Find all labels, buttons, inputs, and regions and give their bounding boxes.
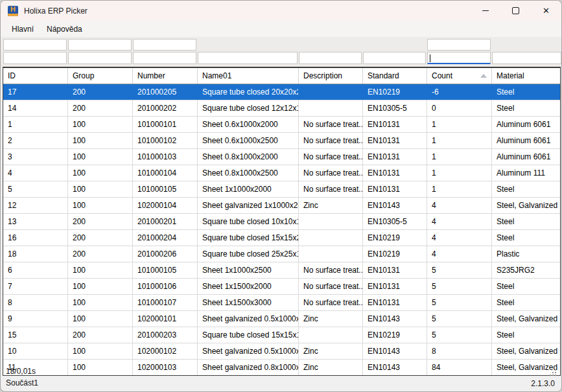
table-cell-id[interactable]: 12 bbox=[3, 198, 68, 213]
table-cell-number[interactable]: 201000204 bbox=[133, 230, 198, 246]
table-cell-material[interactable]: Aluminum 6061 bbox=[492, 133, 559, 148]
filter-input-row2-material[interactable] bbox=[492, 52, 561, 64]
table-cell-description[interactable]: No surface treat... bbox=[299, 181, 363, 197]
table-cell-id[interactable]: 18 bbox=[3, 246, 68, 262]
table-cell-number[interactable]: 101000102 bbox=[133, 133, 198, 148]
column-header-id[interactable]: ID bbox=[3, 68, 68, 84]
table-cell-material[interactable]: Aluminum 6061 bbox=[492, 117, 559, 132]
table-cell-number[interactable]: 101000106 bbox=[133, 279, 198, 294]
table-cell-standard[interactable]: EN10305-5 bbox=[363, 100, 427, 116]
menu-item-hlavni[interactable]: Hlavní bbox=[5, 22, 40, 36]
maximize-button[interactable] bbox=[500, 1, 531, 21]
table-cell-number[interactable]: 101000101 bbox=[133, 117, 198, 132]
table-cell-standard[interactable]: EN10131 bbox=[363, 262, 427, 278]
table-cell-name01[interactable]: Sheet 0.8x1000x2500 bbox=[198, 165, 299, 181]
table-cell-name01[interactable]: Square tube closed 20x20x2 bbox=[198, 84, 299, 100]
table-cell-description[interactable] bbox=[299, 214, 363, 229]
table-cell-standard[interactable]: EN10143 bbox=[363, 360, 427, 375]
table-cell-standard[interactable]: EN10143 bbox=[363, 198, 427, 213]
table-cell-group[interactable]: 100 bbox=[68, 262, 133, 278]
filter-input-row1-group[interactable] bbox=[68, 39, 132, 51]
table-cell-standard[interactable]: EN10219 bbox=[363, 84, 427, 100]
table-cell-material[interactable]: Aluminum 111 bbox=[492, 165, 559, 181]
table-cell-count[interactable]: 5 bbox=[427, 279, 492, 294]
table-cell-group[interactable]: 100 bbox=[68, 360, 133, 375]
table-row[interactable]: 17200201000205Square tube closed 20x20x2… bbox=[3, 84, 560, 100]
filter-input-row1-id[interactable] bbox=[3, 39, 67, 51]
table-row[interactable]: 12100102000104Sheet galvanized 1x1000x20… bbox=[3, 198, 560, 214]
table-cell-name01[interactable]: Sheet 0.6x1000x2500 bbox=[198, 133, 299, 148]
table-row[interactable]: 9100102000101Sheet galvanized 0.5x1000x.… bbox=[3, 311, 560, 327]
table-cell-number[interactable]: 201000201 bbox=[133, 214, 198, 229]
table-cell-material[interactable]: Steel, Galvanized bbox=[492, 198, 559, 213]
table-cell-material[interactable]: Steel bbox=[492, 100, 559, 116]
filter-input-row2-group[interactable] bbox=[68, 52, 132, 64]
table-cell-name01[interactable]: Square tube closed 25x25x1.5 bbox=[198, 246, 299, 262]
table-cell-id[interactable]: 8 bbox=[3, 295, 68, 310]
table-cell-standard[interactable]: EN10131 bbox=[363, 181, 427, 197]
table-cell-group[interactable]: 200 bbox=[68, 100, 133, 116]
table-cell-name01[interactable]: Sheet 1x1500x3000 bbox=[198, 295, 299, 310]
table-cell-name01[interactable]: Sheet 0.6x1000x2000 bbox=[198, 117, 299, 132]
table-cell-description[interactable]: No surface treat... bbox=[299, 165, 363, 181]
table-cell-standard[interactable]: EN10131 bbox=[363, 295, 427, 310]
table-row[interactable]: 15200201000203Square tube closed 15x15x1… bbox=[3, 327, 560, 343]
table-row[interactable]: 5100101000105Sheet 1x1000x2000No surface… bbox=[3, 181, 560, 198]
table-cell-number[interactable]: 201000203 bbox=[133, 327, 198, 343]
table-cell-material[interactable]: Steel bbox=[492, 181, 559, 197]
table-cell-number[interactable]: 201000205 bbox=[133, 84, 198, 100]
filter-input-row2-standard[interactable] bbox=[363, 52, 426, 64]
table-cell-material[interactable]: Steel bbox=[492, 295, 559, 310]
table-cell-name01[interactable]: Sheet galvanized 1x1000x20... bbox=[198, 198, 299, 213]
table-row[interactable]: 13200201000201Square tube closed 10x10x1… bbox=[3, 214, 560, 230]
table-cell-id[interactable]: 4 bbox=[3, 165, 68, 181]
table-cell-count[interactable]: 1 bbox=[427, 133, 492, 148]
table-cell-count[interactable]: 4 bbox=[427, 230, 492, 246]
filter-input-row1-number[interactable] bbox=[133, 39, 196, 51]
minimize-button[interactable] bbox=[470, 1, 500, 21]
table-cell-material[interactable]: Steel bbox=[492, 214, 559, 229]
table-cell-standard[interactable]: EN10131 bbox=[363, 149, 427, 165]
table-cell-count[interactable]: 4 bbox=[427, 246, 492, 262]
table-cell-id[interactable]: 7 bbox=[3, 279, 68, 294]
column-header-group[interactable]: Group bbox=[68, 68, 133, 84]
table-cell-number[interactable]: 101000103 bbox=[133, 149, 198, 165]
table-cell-description[interactable]: No surface treat... bbox=[299, 279, 363, 294]
table-row[interactable]: 1100101000101Sheet 0.6x1000x2000No surfa… bbox=[3, 117, 560, 133]
table-cell-count[interactable]: 84 bbox=[427, 360, 492, 375]
table-cell-material[interactable]: Steel bbox=[492, 279, 559, 294]
table-cell-number[interactable]: 102000103 bbox=[133, 360, 198, 375]
table-cell-description[interactable]: No surface treat... bbox=[299, 117, 363, 132]
table-cell-count[interactable]: 1 bbox=[427, 181, 492, 197]
table-row[interactable]: 14200201000202Square tube closed 12x12x1… bbox=[3, 100, 560, 117]
table-cell-standard[interactable]: EN10219 bbox=[363, 246, 427, 262]
table-row[interactable]: 6100101000105Sheet 1x1000x2500No surface… bbox=[3, 262, 560, 279]
filter-input-row1-count[interactable] bbox=[427, 39, 491, 51]
table-cell-material[interactable]: Aluminum 6061 bbox=[492, 149, 559, 165]
table-cell-id[interactable]: 13 bbox=[3, 214, 68, 229]
table-cell-id[interactable]: 3 bbox=[3, 149, 68, 165]
table-cell-group[interactable]: 100 bbox=[68, 311, 133, 327]
table-cell-count[interactable]: 1 bbox=[427, 149, 492, 165]
filter-input-row2-count[interactable] bbox=[427, 52, 491, 64]
table-cell-name01[interactable]: Sheet galvanized 0.5x1000x... bbox=[198, 311, 299, 327]
table-row[interactable]: 2100101000102Sheet 0.6x1000x2500No surfa… bbox=[3, 133, 560, 149]
table-cell-name01[interactable]: Sheet galvanized 0.8x1000x... bbox=[198, 360, 299, 375]
table-cell-description[interactable] bbox=[299, 246, 363, 262]
table-cell-id[interactable]: 17 bbox=[3, 84, 68, 100]
table-cell-group[interactable]: 100 bbox=[68, 343, 133, 359]
table-cell-id[interactable]: 10 bbox=[3, 343, 68, 359]
table-cell-name01[interactable]: Sheet 1x1000x2000 bbox=[198, 181, 299, 197]
table-cell-material[interactable]: Steel bbox=[492, 327, 559, 343]
table-cell-standard[interactable]: EN10131 bbox=[363, 133, 427, 148]
table-row[interactable]: 7100101000106Sheet 1x1500x2000No surface… bbox=[3, 279, 560, 295]
table-cell-count[interactable]: -6 bbox=[427, 84, 492, 100]
table-cell-standard[interactable]: EN10143 bbox=[363, 311, 427, 327]
table-cell-name01[interactable]: Square tube closed 12x12x1.5 bbox=[198, 100, 299, 116]
table-cell-number[interactable]: 101000105 bbox=[133, 181, 198, 197]
table-cell-material[interactable]: Steel, Galvanized bbox=[492, 343, 559, 359]
table-cell-count[interactable]: 5 bbox=[427, 311, 492, 327]
resize-grip[interactable] bbox=[548, 368, 557, 376]
table-cell-name01[interactable]: Square tube closed 15x15x1.5 bbox=[198, 327, 299, 343]
table-cell-standard[interactable]: EN10143 bbox=[363, 343, 427, 359]
